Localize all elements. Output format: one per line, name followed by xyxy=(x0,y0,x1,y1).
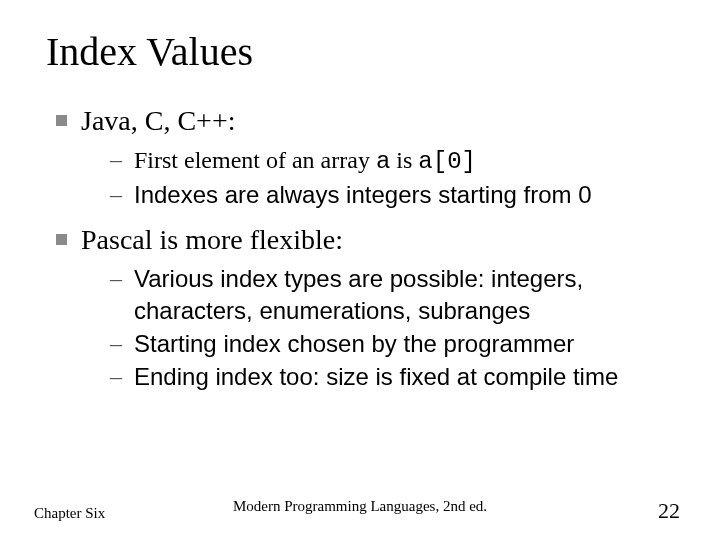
dash-bullet-icon: – xyxy=(110,328,122,359)
dash-bullet-icon: – xyxy=(110,361,122,392)
list-item: – Ending index too: size is fixed at com… xyxy=(110,361,680,392)
l2-text: Indexes are always integers starting fro… xyxy=(134,179,592,210)
bullet-list-l1: Pascal is more flexible: xyxy=(54,222,680,257)
l2-text: Starting index chosen by the programmer xyxy=(134,328,574,359)
dash-bullet-icon: – xyxy=(110,263,122,294)
square-bullet-icon xyxy=(56,115,67,126)
footer-center: Modern Programming Languages, 2nd ed. xyxy=(233,498,487,515)
l1-text: Pascal is more flexible: xyxy=(81,222,343,257)
list-item: Java, C, C++: xyxy=(56,103,680,138)
bullet-list-l2: – First element of an array a is a[0] – … xyxy=(54,144,680,210)
dash-bullet-icon: – xyxy=(110,144,122,175)
bullet-list-l1: Java, C, C++: xyxy=(54,103,680,138)
dash-bullet-icon: – xyxy=(110,179,122,210)
bullet-list-l2: – Various index types are possible: inte… xyxy=(54,263,680,392)
l2-text: First element of an array a is a[0] xyxy=(134,144,476,177)
list-item: – Starting index chosen by the programme… xyxy=(110,328,680,359)
footer: Chapter Six Modern Programming Languages… xyxy=(0,498,720,524)
list-item: – Indexes are always integers starting f… xyxy=(110,179,680,210)
list-item: – Various index types are possible: inte… xyxy=(110,263,680,325)
list-item: Pascal is more flexible: xyxy=(56,222,680,257)
list-item: – First element of an array a is a[0] xyxy=(110,144,680,177)
slide: Index Values Java, C, C++: – First eleme… xyxy=(0,0,720,540)
footer-right: 22 xyxy=(658,498,680,524)
l1-text: Java, C, C++: xyxy=(81,103,235,138)
l2-text: Ending index too: size is fixed at compi… xyxy=(134,361,618,392)
l2-text: Various index types are possible: intege… xyxy=(134,263,680,325)
slide-title: Index Values xyxy=(46,28,680,75)
footer-left: Chapter Six xyxy=(34,505,105,522)
square-bullet-icon xyxy=(56,234,67,245)
